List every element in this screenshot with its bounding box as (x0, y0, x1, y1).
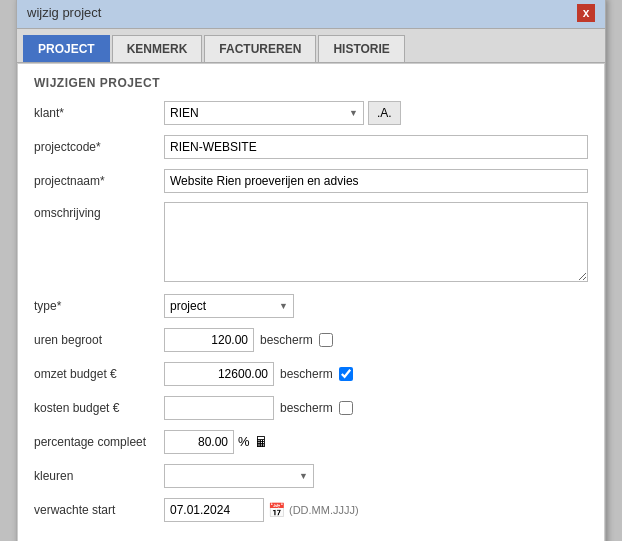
verwachte-start-input[interactable] (164, 498, 264, 522)
kleuren-label: kleuren (34, 469, 164, 483)
verwachte-start-control: 📅 (DD.MM.JJJJ) (164, 498, 588, 522)
omschrijving-label: omschrijving (34, 202, 164, 220)
omschrijving-control (164, 202, 588, 285)
uren-bescherm-label: bescherm (260, 333, 313, 347)
form-content: WIJZIGEN PROJECT klant* RIEN .A. project… (17, 63, 605, 542)
projectnaam-input[interactable] (164, 169, 588, 193)
percentage-control: % 🖩 (164, 430, 588, 454)
klant-control: RIEN .A. (164, 101, 588, 125)
kleuren-select[interactable]: rood groen blauw geel (164, 464, 314, 488)
dialog-titlebar: wijzig project x (17, 0, 605, 29)
uren-bescherm-checkbox[interactable] (319, 333, 333, 347)
percentage-row: percentage compleet % 🖩 (34, 429, 588, 455)
calculator-icon[interactable]: 🖩 (254, 434, 268, 450)
section-title: WIJZIGEN PROJECT (34, 76, 588, 90)
tab-project[interactable]: PROJECT (23, 35, 110, 62)
percentage-label: percentage compleet (34, 435, 164, 449)
kosten-budget-label: kosten budget € (34, 401, 164, 415)
omzet-bescherm-checkbox[interactable] (339, 367, 353, 381)
close-button[interactable]: x (577, 4, 595, 22)
type-label: type* (34, 299, 164, 313)
tab-bar: PROJECT KENMERK FACTUREREN HISTORIE (17, 29, 605, 63)
klant-select-wrapper: RIEN (164, 101, 364, 125)
projectcode-input[interactable] (164, 135, 588, 159)
projectnaam-row: projectnaam* (34, 168, 588, 194)
kosten-budget-input[interactable] (164, 396, 274, 420)
omzet-bescherm-label: bescherm (280, 367, 333, 381)
type-row: type* project intern offerte (34, 293, 588, 319)
dialog-title: wijzig project (27, 5, 101, 20)
verwachte-start-label: verwachte start (34, 503, 164, 517)
dialog: wijzig project x PROJECT KENMERK FACTURE… (16, 0, 606, 541)
omzet-budget-control: bescherm (164, 362, 588, 386)
kosten-budget-control: bescherm (164, 396, 588, 420)
type-select-wrapper: project intern offerte (164, 294, 294, 318)
klant-row: klant* RIEN .A. (34, 100, 588, 126)
type-select[interactable]: project intern offerte (164, 294, 294, 318)
percentage-input[interactable] (164, 430, 234, 454)
projectnaam-label: projectnaam* (34, 174, 164, 188)
percent-sign: % (238, 434, 250, 449)
uren-begroot-row: uren begroot bescherm (34, 327, 588, 353)
uren-begroot-label: uren begroot (34, 333, 164, 347)
tab-factureren[interactable]: FACTUREREN (204, 35, 316, 62)
omschrijving-row: omschrijving (34, 202, 588, 285)
omzet-budget-label: omzet budget € (34, 367, 164, 381)
projectcode-row: projectcode* (34, 134, 588, 160)
omzet-budget-input[interactable] (164, 362, 274, 386)
projectnaam-control (164, 169, 588, 193)
klant-select[interactable]: RIEN (164, 101, 364, 125)
tab-historie[interactable]: HISTORIE (318, 35, 404, 62)
kosten-bescherm-label: bescherm (280, 401, 333, 415)
uren-begroot-control: bescherm (164, 328, 588, 352)
kosten-budget-row: kosten budget € bescherm (34, 395, 588, 421)
verwachte-start-row: verwachte start 📅 (DD.MM.JJJJ) (34, 497, 588, 523)
omschrijving-textarea[interactable] (164, 202, 588, 282)
kleuren-select-wrapper: rood groen blauw geel (164, 464, 314, 488)
type-control: project intern offerte (164, 294, 588, 318)
uren-begroot-input[interactable] (164, 328, 254, 352)
klant-action-button[interactable]: .A. (368, 101, 401, 125)
omzet-budget-row: omzet budget € bescherm (34, 361, 588, 387)
kosten-bescherm-checkbox[interactable] (339, 401, 353, 415)
projectcode-label: projectcode* (34, 140, 164, 154)
klant-label: klant* (34, 106, 164, 120)
tab-kenmerk[interactable]: KENMERK (112, 35, 203, 62)
calendar-icon[interactable]: 📅 (268, 502, 285, 518)
date-format-hint: (DD.MM.JJJJ) (289, 504, 359, 516)
kleuren-row: kleuren rood groen blauw geel (34, 463, 588, 489)
kleuren-control: rood groen blauw geel (164, 464, 588, 488)
projectcode-control (164, 135, 588, 159)
